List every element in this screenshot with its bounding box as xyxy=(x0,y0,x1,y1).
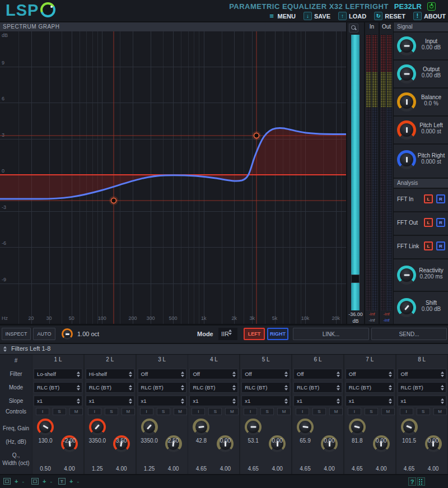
filter-type-select[interactable]: Lo-shelf xyxy=(34,369,82,379)
zoom-fader-thumb[interactable] xyxy=(351,275,360,283)
filter-freq-knob[interactable] xyxy=(37,419,54,435)
filter-inspect-button[interactable]: I xyxy=(192,408,205,415)
filter-solo-button[interactable]: S xyxy=(157,408,170,415)
pitch-left-knob[interactable] xyxy=(397,120,416,140)
filter-mute-button[interactable]: M xyxy=(329,408,343,415)
output-gain-knob[interactable] xyxy=(397,64,416,83)
filter-type-select[interactable]: Off xyxy=(293,369,342,379)
filters-section-header[interactable]: Filters Left 1-8 xyxy=(0,344,448,354)
filter-type-select[interactable]: Off xyxy=(346,369,394,379)
filter-type-select[interactable]: Off xyxy=(138,369,186,379)
hi-shelf-marker[interactable] xyxy=(254,133,259,138)
filter-mode-select[interactable]: RLC (BT) xyxy=(293,382,342,393)
window-scale-plus-button[interactable]: + xyxy=(43,478,46,485)
shift-knob[interactable] xyxy=(397,298,416,317)
left-channel-button[interactable]: LEFT xyxy=(244,328,265,340)
filter-mute-button[interactable]: M xyxy=(433,408,447,415)
fft-link-left-toggle[interactable]: L xyxy=(424,241,433,250)
filter-slope-select[interactable]: x1 xyxy=(138,396,186,406)
filter-solo-button[interactable]: S xyxy=(417,408,430,415)
filter-solo-button[interactable]: S xyxy=(260,408,274,415)
filter-type-select[interactable]: Off xyxy=(398,369,446,379)
font-scale-minus-button[interactable]: - xyxy=(77,478,79,485)
filter-mode-select[interactable]: RLC (BT) xyxy=(34,382,82,393)
inspect-button[interactable]: INSPECT xyxy=(2,328,31,340)
filter-mode-select[interactable]: RLC (BT) xyxy=(241,382,290,393)
filter-type-select[interactable]: Hi-shelf xyxy=(86,369,134,379)
filter-slope-select[interactable]: x1 xyxy=(189,396,238,406)
balance-knob[interactable] xyxy=(397,92,416,111)
filter-inspect-button[interactable]: I xyxy=(348,408,361,415)
fft-out-right-toggle[interactable]: R xyxy=(436,218,445,227)
mode-select[interactable]: IIR xyxy=(218,328,237,340)
filter-mute-button[interactable]: M xyxy=(225,408,239,415)
filter-slope-select[interactable]: x1 xyxy=(346,396,394,406)
filter-freq-knob[interactable] xyxy=(297,419,314,435)
filter-mute-button[interactable]: M xyxy=(174,408,187,415)
spectrum-graph[interactable]: 2030501002003005001k2k3k5k10k20k9630-3-6… xyxy=(0,31,346,324)
filter-slope-select[interactable]: x1 xyxy=(86,396,134,406)
auto-button[interactable]: AUTO xyxy=(33,328,55,340)
matrix-icon[interactable] xyxy=(417,477,425,486)
filter-type-select[interactable]: Off xyxy=(241,369,290,379)
filter-slope-select[interactable]: x1 xyxy=(34,396,82,406)
filter-mute-button[interactable]: M xyxy=(69,408,83,415)
save-button[interactable]: ↓SAVE xyxy=(304,12,330,20)
window-scale-minus-button[interactable]: - xyxy=(50,478,52,485)
lo-shelf-marker[interactable] xyxy=(111,198,116,203)
menu-button[interactable]: ≡MENU xyxy=(268,12,296,20)
filter-solo-button[interactable]: S xyxy=(312,408,326,415)
filter-freq-knob[interactable] xyxy=(401,419,418,435)
filter-inspect-button[interactable]: I xyxy=(140,408,153,415)
filter-solo-button[interactable]: S xyxy=(105,408,118,415)
font-scale-plus-button[interactable]: + xyxy=(69,478,73,485)
filter-mode-select[interactable]: RLC (BT) xyxy=(138,382,186,393)
right-channel-button[interactable]: RIGHT xyxy=(267,328,288,340)
filter-mode-select[interactable]: RLC (BT) xyxy=(398,382,446,393)
filter-mode-select[interactable]: RLC (BT) xyxy=(346,382,394,393)
filter-mute-button[interactable]: M xyxy=(122,408,135,415)
mode-spinner[interactable] xyxy=(228,329,232,335)
filter-freq-knob[interactable] xyxy=(193,419,209,435)
filter-inspect-button[interactable]: I xyxy=(400,408,413,415)
load-button[interactable]: ↑LOAD xyxy=(338,12,366,20)
filter-inspect-button[interactable]: I xyxy=(88,408,101,415)
filter-mute-button[interactable]: M xyxy=(277,408,291,415)
reactivity-knob[interactable] xyxy=(397,266,416,285)
filter-inspect-button[interactable]: I xyxy=(244,408,257,415)
plugin-enable-icon[interactable] xyxy=(427,2,436,11)
help-icon[interactable]: ? xyxy=(408,477,416,486)
zoom-fader-track[interactable] xyxy=(351,35,360,310)
zoom-fit-button[interactable] xyxy=(349,24,358,32)
inspect-range-knob[interactable] xyxy=(62,328,73,340)
fft-in-right-toggle[interactable]: R xyxy=(436,194,445,203)
filter-slope-select[interactable]: x1 xyxy=(398,396,446,406)
filter-mode-select[interactable]: RLC (BT) xyxy=(189,382,238,393)
filter-slope-select[interactable]: x1 xyxy=(293,396,342,406)
filter-solo-button[interactable]: S xyxy=(365,408,378,415)
filter-freq-knob[interactable] xyxy=(349,419,366,435)
fft-link-right-toggle[interactable]: R xyxy=(436,241,445,250)
filter-mode-select[interactable]: RLC (BT) xyxy=(86,382,134,393)
send-button[interactable]: SEND... xyxy=(371,328,447,340)
ui-scale-minus-button[interactable]: - xyxy=(22,478,24,485)
ui-scale-plus-button[interactable]: + xyxy=(15,478,18,485)
pitch-right-knob[interactable] xyxy=(397,150,416,169)
filter-mute-button[interactable]: M xyxy=(381,408,395,415)
about-button[interactable]: !ABOUT xyxy=(413,12,446,20)
filter-freq-knob[interactable] xyxy=(89,419,106,435)
fft-in-left-toggle[interactable]: L xyxy=(424,194,433,203)
input-gain-knob[interactable] xyxy=(397,36,416,55)
filter-freq-knob[interactable] xyxy=(245,419,262,435)
link-button[interactable]: LINK... xyxy=(293,328,369,340)
filter-inspect-button[interactable]: I xyxy=(296,408,309,415)
filter-type-select[interactable]: Off xyxy=(189,369,238,379)
filter-slope-select[interactable]: x1 xyxy=(241,396,290,406)
fft-out-left-toggle[interactable]: L xyxy=(424,218,433,227)
filter-solo-button[interactable]: S xyxy=(53,408,66,415)
reset-button[interactable]: ↻RESET xyxy=(374,12,405,20)
filter-solo-button[interactable]: S xyxy=(208,408,222,415)
filters-collapse-icon[interactable] xyxy=(3,346,7,352)
filter-freq-knob[interactable] xyxy=(141,419,158,435)
filter-inspect-button[interactable]: I xyxy=(36,408,49,415)
